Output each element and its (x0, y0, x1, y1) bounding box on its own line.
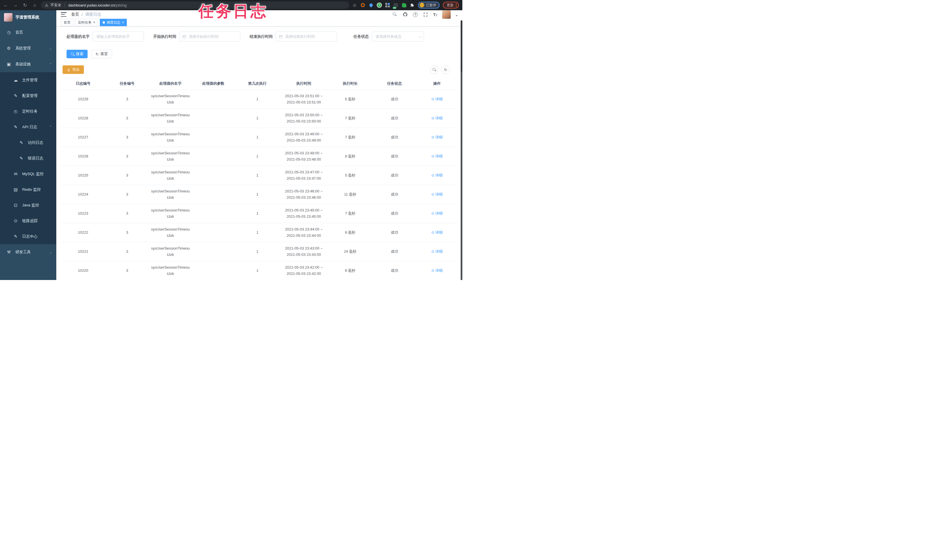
table-cell: 10228 (61, 109, 105, 128)
sidebar-item-12[interactable]: ⊙链路追踪 (0, 213, 56, 229)
extension-leaf-icon[interactable] (402, 3, 407, 8)
execute-time-cell: 2021-05-03 23:43:00 ~2021-05-03 23:43:00 (280, 242, 328, 261)
tab-首页[interactable]: 首页 (61, 19, 73, 26)
detail-link[interactable]: ⊙详细 (431, 96, 443, 102)
breadcrumb-home[interactable]: 首页 (71, 12, 79, 17)
browser-update-button[interactable]: 更新 (443, 2, 459, 9)
tab-定时任务[interactable]: 定时任务× (75, 19, 98, 26)
window-scrollbar[interactable] (461, 21, 462, 280)
begin-time-label: 开始执行时间 (153, 34, 176, 39)
chevron-up-icon: ⌃ (50, 63, 52, 66)
column-header: 日志编号 (61, 78, 105, 90)
table-cell (192, 204, 235, 223)
close-tab-icon[interactable]: × (122, 21, 124, 24)
not-secure-label: 不安全 (51, 3, 62, 8)
sidebar-item-5[interactable]: ◴定时任务 (0, 104, 56, 119)
search-button[interactable]: 搜索 (66, 50, 87, 58)
sidebar-item-13[interactable]: ✎日志中心 (0, 229, 56, 244)
forward-icon[interactable]: → (12, 2, 19, 9)
sidebar: 芋道管理系统 ◷首页⚙系统管理⌄▣基础设施⌃☁文件管理✎配置管理◴定时任务✎AP… (0, 10, 56, 280)
table-cell: sysUserSessionTimeoutJob (149, 128, 192, 147)
sidebar-item-10[interactable]: ▤Redis 监控 (0, 182, 56, 197)
chevron-down-icon: ⌄ (50, 47, 52, 50)
sidebar-item-4[interactable]: ✎配置管理 (0, 88, 56, 104)
log-table: 日志编号任务编号处理器的名字处理器的参数第几次执行执行时间执行时长任务状态操作 … (61, 78, 458, 280)
eye-icon: ⊙ (13, 218, 18, 223)
extensions-puzzle-icon[interactable] (410, 3, 415, 8)
user-avatar[interactable] (442, 10, 451, 19)
tab-调度日志[interactable]: 调度日志× (100, 19, 127, 26)
sidebar-item-14[interactable]: ⚒研发工具⌄ (0, 244, 56, 260)
back-icon[interactable]: ← (2, 2, 9, 9)
browser-menu-icon[interactable] (456, 3, 456, 7)
sidebar-item-0[interactable]: ◷首页 (0, 24, 56, 41)
sidebar-item-11[interactable]: ⊡Java 监控 (0, 197, 56, 213)
extension-grid-icon[interactable] (385, 3, 390, 8)
export-button[interactable]: 导出 (63, 65, 84, 74)
refresh-button[interactable]: ↻ (441, 65, 450, 74)
sidebar-item-3[interactable]: ☁文件管理 (0, 72, 56, 88)
fullscreen-icon[interactable] (423, 12, 428, 17)
sidebar-item-9[interactable]: ✉MySQL 监控 (0, 166, 56, 182)
detail-link[interactable]: ⊙详细 (431, 268, 443, 274)
sidebar-item-6[interactable]: ✎API 日志⌃ (0, 119, 56, 135)
sidebar-menu: ◷首页⚙系统管理⌄▣基础设施⌃☁文件管理✎配置管理◴定时任务✎API 日志⌃✎访… (0, 24, 56, 260)
detail-link[interactable]: ⊙详细 (431, 153, 443, 160)
table-cell: 成功 (373, 166, 416, 185)
extensions-tray: ☆ Y 已暂停 更新 (352, 2, 460, 9)
font-size-icon[interactable]: TT (433, 12, 437, 17)
search-icon[interactable] (392, 12, 398, 17)
help-icon[interactable]: ? (413, 12, 418, 17)
detail-link[interactable]: ⊙详细 (431, 115, 443, 121)
mail-icon: ✉ (13, 172, 18, 176)
end-time-label: 结束执行时间 (250, 34, 273, 39)
execute-time-cell: 2021-05-03 23:46:00 ~2021-05-03 23:46:00 (280, 185, 328, 204)
detail-link[interactable]: ⊙详细 (431, 229, 443, 236)
handler-name-label: 处理器的名字 (66, 34, 90, 39)
bookmark-star-icon[interactable]: ☆ (352, 3, 357, 8)
sidebar-item-7[interactable]: ✎访问日志 (0, 135, 56, 151)
detail-link[interactable]: ⊙详细 (431, 191, 443, 197)
table-cell: 1 (235, 90, 280, 109)
operation-cell: ⊙详细 (416, 90, 458, 109)
browser-toolbar: ← → ↻ ⌂ ⚠ 不安全 dashboard.yudao.iocoder.cn… (0, 0, 462, 10)
extension-y-icon[interactable]: Y (377, 3, 382, 8)
table-row: 102283sysUserSessionTimeoutJob12021-05-0… (61, 109, 458, 128)
user-menu-caret-icon[interactable] (455, 15, 458, 17)
close-tab-icon[interactable]: × (93, 21, 95, 24)
table-cell: 3 (105, 128, 149, 147)
sidebar-item-8[interactable]: ✎错误日志 (0, 151, 56, 166)
detail-link[interactable]: ⊙详细 (431, 172, 443, 179)
table-cell: 3 (105, 223, 149, 242)
reset-button[interactable]: ↻ 重置 (91, 50, 112, 58)
extension-on-badge-icon[interactable] (393, 3, 398, 8)
table-cell: 10223 (61, 204, 105, 223)
end-time-input[interactable] (276, 32, 337, 42)
extension-drop-icon[interactable] (369, 3, 374, 8)
address-bar[interactable]: ⚠ 不安全 dashboard.yudao.iocoder.cn/job/log (41, 2, 349, 9)
paused-extension-badge[interactable]: 已暂停 (418, 2, 440, 9)
begin-time-input[interactable] (179, 32, 240, 42)
gear-icon: ⚙ (6, 46, 11, 51)
column-header: 任务状态 (373, 78, 416, 90)
collapse-sidebar-icon[interactable] (61, 12, 66, 17)
table-cell: 8 毫秒 (328, 147, 373, 166)
home-icon[interactable]: ⌂ (31, 2, 38, 9)
begin-time-field (179, 32, 240, 42)
job-status-input[interactable] (372, 32, 424, 42)
sidebar-item-2[interactable]: ▣基础设施⌃ (0, 56, 56, 72)
eye-icon: ⊙ (431, 115, 434, 121)
toggle-search-button[interactable] (430, 65, 438, 74)
extension-orange-icon[interactable] (360, 3, 365, 8)
github-icon[interactable] (402, 12, 408, 17)
reload-icon[interactable]: ↻ (22, 2, 29, 9)
table-row: 102233sysUserSessionTimeoutJob12021-05-0… (61, 204, 458, 223)
sidebar-item-1[interactable]: ⚙系统管理⌄ (0, 41, 56, 56)
detail-link[interactable]: ⊙详细 (431, 134, 443, 140)
detail-link[interactable]: ⊙详细 (431, 210, 443, 217)
sidebar-submenu: ☁文件管理✎配置管理◴定时任务✎API 日志⌃✎访问日志✎错误日志✉MySQL … (0, 72, 56, 244)
sidebar-logo-row[interactable]: 芋道管理系统 (0, 10, 56, 24)
detail-link[interactable]: ⊙详细 (431, 248, 443, 255)
handler-name-input[interactable] (93, 32, 144, 42)
table-row: 102263sysUserSessionTimeoutJob12021-05-0… (61, 147, 458, 166)
